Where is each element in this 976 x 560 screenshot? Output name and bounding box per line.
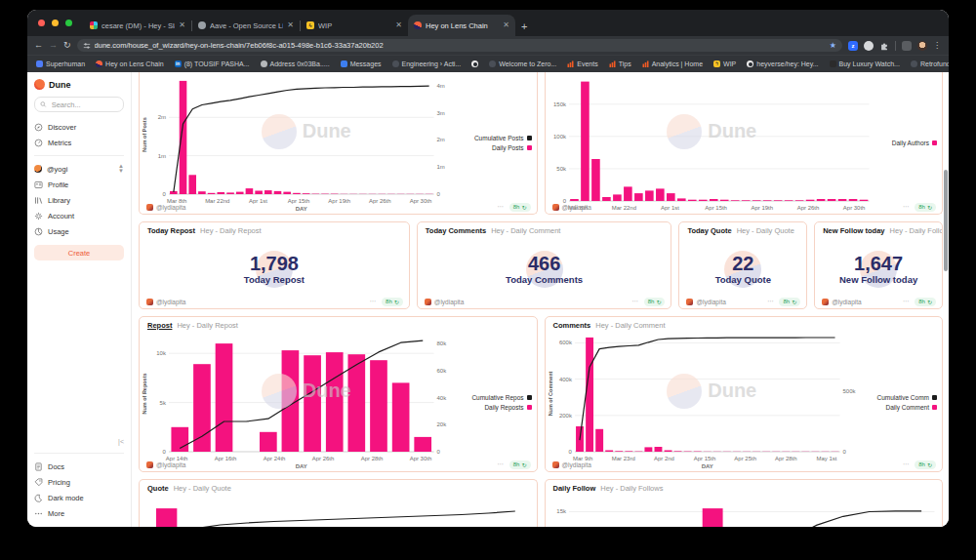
svg-text:3m: 3m [437,110,445,116]
card-menu-icon[interactable]: ⋯ [497,203,505,211]
sidebar-item-profile[interactable]: Profile [34,177,124,192]
new-tab-button[interactable]: + [521,20,527,32]
bookmark-item[interactable]: Messages [341,60,382,67]
counter-value: 1,647 [854,254,903,274]
sidebar-user-switcher[interactable]: @yogi ▲▼ [34,161,124,177]
legend-item[interactable]: Cumulative Posts [456,135,532,141]
card-menu-icon[interactable]: ⋯ [903,298,911,305]
close-window-button[interactable] [38,20,45,26]
card-footer: @lydiapita⋯8h↻ [146,459,531,470]
card-menu-icon[interactable]: ⋯ [370,298,378,305]
extensions-puzzle-icon[interactable] [879,41,889,51]
svg-text:400k: 400k [558,377,571,382]
refresh-badge[interactable]: 8h↻ [644,298,666,306]
sidebar-collapse-icon[interactable]: |< [118,438,124,445]
extension-face-icon[interactable] [864,41,874,51]
card-footer: @lydiapita⋯8h↻ [146,201,531,213]
bookmark-item[interactable]: in(8) TOUSIF PASHA... [175,60,250,67]
refresh-badge[interactable]: 8h↻ [915,203,936,212]
chart-title[interactable]: Repost [147,321,172,330]
tab-close-icon[interactable]: ✕ [395,21,402,29]
legend-swatch [932,395,937,400]
refresh-badge[interactable]: 8h↻ [509,460,531,469]
legend-item[interactable]: Daily Comment [861,404,937,411]
card-menu-icon[interactable]: ⋯ [631,298,639,305]
browser-tab[interactable]: cesare (DM) - Hey - Slack✕ [84,15,191,36]
browser-tab[interactable]: ϟWIP✕ [301,15,408,36]
browser-tab[interactable]: Hey on Lens Chain✕ [408,15,515,36]
bookmark-item[interactable]: Address 0x03Ba..... [261,60,330,67]
search-input[interactable] [50,100,118,110]
sidebar-item-dark-mode[interactable]: Dark mode [34,490,124,505]
legend-item[interactable]: Daily Posts [456,144,532,151]
forward-button[interactable]: → [49,41,58,50]
bookmark-label: Messages [350,60,382,67]
bookmark-item[interactable]: Superhuman [36,60,85,67]
legend-label: Cumulative Posts [474,135,524,141]
sidebar-item-account[interactable]: Account [34,208,124,223]
sidebar-item-discover[interactable]: Discover [34,119,124,135]
sidebar-item-usage[interactable]: Usage [34,223,124,239]
bookmark-item[interactable]: Events [567,60,597,67]
counter-title[interactable]: Today Comments [426,226,486,235]
refresh-badge[interactable]: 8h↻ [915,298,936,306]
page-scrollbar[interactable] [944,170,948,271]
tab-close-icon[interactable]: ✕ [179,21,185,29]
card-menu-icon[interactable]: ⋯ [903,203,911,211]
card-menu-icon[interactable]: ⋯ [767,298,775,305]
browser-menu-icon[interactable]: ⋮ [933,41,942,50]
chart-body [140,496,537,527]
create-button[interactable]: Create [34,245,124,260]
bookmark-item[interactable]: Buy Luxury Watch... [830,60,900,67]
legend-item[interactable]: Cumulative Repos [456,394,532,401]
chart-title[interactable]: Quote [147,484,169,493]
counter-title[interactable]: Today Repost [147,226,195,235]
bookmark-item[interactable]: Retrofunding | Vote [911,60,949,67]
sidebar-item-pricing[interactable]: Pricing [34,474,124,490]
bookmark-star-icon[interactable]: ★ [830,41,836,50]
legend-item[interactable]: Daily Authors [876,140,937,146]
counter-title[interactable]: New Follow today [823,226,884,235]
svg-text:100k: 100k [552,134,565,140]
bookmark-item[interactable]: heyverse/hey: Hey... [747,60,818,67]
legend-item[interactable]: Daily Reposts [456,404,532,411]
dune-logo[interactable]: Dune [34,79,124,90]
refresh-badge[interactable]: 8h↻ [779,298,800,306]
refresh-badge[interactable]: 8h↻ [509,203,531,212]
bookmark-item[interactable]: Analytics | Home [642,60,703,67]
counter-title[interactable]: Today Quote [687,226,731,235]
maximize-window-button[interactable] [65,20,72,26]
reload-button[interactable]: ↻ [63,41,71,50]
bookmark-item[interactable]: ϟWIP [713,60,736,67]
bookmark-item[interactable]: Hey on Lens Chain [96,60,164,67]
refresh-badge[interactable]: 8h↻ [382,298,403,306]
sidebar-item-metrics[interactable]: Metrics [34,135,124,150]
profile-avatar[interactable] [917,41,927,51]
browser-tab[interactable]: Aave - Open Source Liquidity✕ [192,15,300,36]
bookmark-item[interactable]: Tips [609,60,631,67]
sidebar-item-more[interactable]: More [34,505,124,521]
card-menu-icon[interactable]: ⋯ [497,460,505,468]
back-button[interactable]: ← [34,41,43,50]
legend-swatch [932,140,937,145]
sidebar-item-library[interactable]: Library [34,192,124,208]
tab-close-icon[interactable]: ✕ [287,21,294,29]
legend-item[interactable]: Cumulative Comm [861,394,937,401]
extension-icon[interactable] [902,41,912,51]
bookmark-item[interactable]: Welcome to Zero... [489,60,556,67]
card-menu-icon[interactable]: ⋯ [903,460,911,468]
bookmark-item[interactable]: Engineering › Acti... [392,60,462,67]
sidebar-search[interactable] [34,97,124,112]
tab-close-icon[interactable]: ✕ [503,21,509,29]
refresh-badge[interactable]: 8h↻ [915,460,936,469]
sidebar-item-docs[interactable]: Docs [34,459,124,474]
chart-title[interactable]: Comments [553,321,591,330]
chart-quote [140,496,537,527]
sidebar-bottom-nav: DocsPricingDark modeMore [34,459,124,521]
bookmark-item[interactable] [471,60,478,67]
minimize-window-button[interactable] [52,20,59,26]
address-bar[interactable]: dune.com/house_of_wizard/hey-on-lens-cha… [77,39,842,52]
chart-title[interactable]: Daily Follow [553,484,596,493]
extension-z-icon[interactable]: z [848,41,858,51]
dark-circle-icon [392,60,399,67]
